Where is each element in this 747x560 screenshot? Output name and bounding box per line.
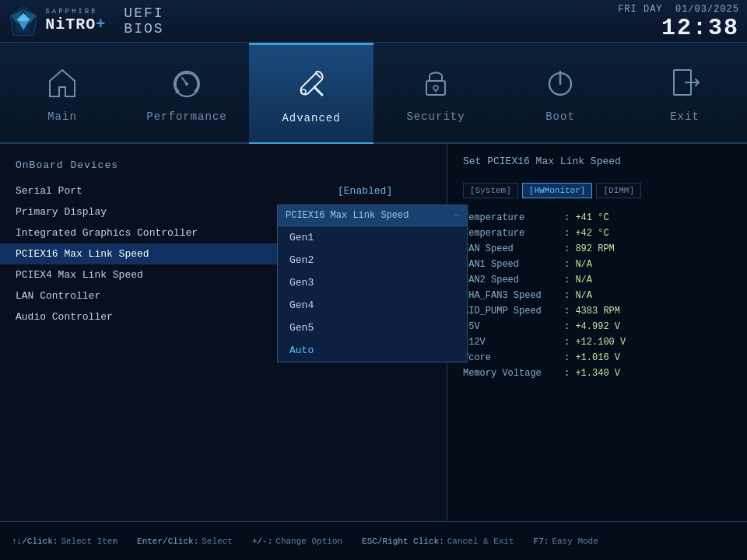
monitor-row: +12V : +12.100 V [463,334,731,350]
monitor-row: Memory Voltage : +1.340 V [463,366,731,381]
monitor-row: FAN2 Speed : N/A [463,272,731,288]
monitor-value: : +4.992 V [564,321,620,332]
tab-main[interactable]: Main [0,43,124,142]
monitor-value: : 892 RPM [564,243,615,254]
monitor-value: : N/A [564,275,592,285]
svg-point-10 [433,86,438,90]
home-icon [42,62,82,103]
monitor-row: AID_PUMP Speed : 4383 RPM [463,303,731,319]
monitor-row: FAN Speed : 892 RPM [463,241,731,257]
footer-key: Enter/Click: [137,537,198,546]
footer-key: ESC/Right Click: [362,537,444,546]
tab-advanced[interactable]: Advanced [249,43,374,142]
sapphire-logo-icon [8,5,39,37]
svg-point-8 [301,89,306,94]
monitor-row: Temperature : +41 °C [463,210,731,226]
monitor-label: Temperature [463,212,564,223]
dropdown-option-gen2[interactable]: Gen2 [278,249,467,271]
monitor-label: FAN1 Speed [463,259,564,270]
content-area: OnBoard Devices Serial Port [Enabled] Pr… [0,144,747,521]
footer-desc: Select [202,537,233,546]
footer-desc: Easy Mode [552,537,598,546]
monitor-row: Temperature : +42 °C [463,226,731,241]
tab-exit[interactable]: Exit [622,43,747,142]
tab-boot[interactable]: Boot [498,43,622,142]
monitor-row: Vcore : +1.016 V [463,350,731,366]
monitor-label: FAN2 Speed [463,275,564,285]
nitro-label: NiTRO+ [45,16,106,33]
monitor-value: : +12.100 V [564,337,626,348]
monitor-tab-hwmonitor[interactable]: [HWMonitor] [522,183,593,198]
menu-item-serial-port[interactable]: Serial Port [Enabled] [0,180,447,201]
footer-key: ↑↓/Click: [12,537,58,546]
tab-main-label: Main [47,110,77,123]
door-icon [665,62,705,103]
monitor-row: FAN1 Speed : N/A [463,257,731,272]
tab-security-label: Security [406,110,465,123]
dropdown-option-gen1[interactable]: Gen1 [278,226,467,249]
tab-advanced-label: Advanced [282,112,340,124]
tab-security[interactable]: Security [374,43,498,142]
help-text: Set PCIEX16 Max Link Speed [463,156,731,167]
monitor-data: Temperature : +41 °C Temperature : +42 °… [463,210,731,381]
menu-item-value: [Enabled] [338,185,431,197]
monitor-value: : +41 °C [564,212,609,223]
monitor-tab-dimm[interactable]: [DIMM] [596,183,641,198]
dropdown-option-gen3[interactable]: Gen3 [278,271,467,294]
wrench-icon [291,64,331,104]
nav-tabs: Main Performance Advanced [0,43,747,144]
monitor-tabs: [System] [HWMonitor] [DIMM] [463,183,731,198]
monitor-value: : N/A [564,290,592,301]
right-panel: Set PCIEX16 Max Link Speed [System] [HWM… [447,144,747,521]
tab-exit-label: Exit [670,110,700,123]
monitor-label: AID_PUMP Speed [463,306,564,317]
dropdown-option-gen4[interactable]: Gen4 [278,294,467,317]
left-panel: OnBoard Devices Serial Port [Enabled] Pr… [0,144,447,521]
svg-point-15 [686,82,688,84]
footer-desc: Cancel & Exit [447,537,514,546]
footer-item: F7: Easy Mode [534,537,598,546]
footer-item: +/-: Change Option [252,537,342,546]
monitor-value: : 4383 RPM [564,306,620,317]
section-title: OnBoard Devices [0,156,447,180]
footer-key: F7: [534,537,549,546]
logo: SAPPHIRE NiTRO+ UEFI BIOS [8,5,210,37]
footer-desc: Select Item [61,537,117,546]
dropdown-title: PCIEX16 Max Link Speed ─ [278,205,467,226]
monitor-row: +5V : +4.992 V [463,319,731,334]
tab-performance[interactable]: Performance [124,43,249,142]
monitor-tab-system[interactable]: [System] [463,183,518,198]
footer-desc: Change Option [275,537,342,546]
tab-boot-label: Boot [545,110,575,123]
monitor-label: +5V [463,321,564,332]
speedometer-icon [167,62,207,103]
footer-key: +/-: [252,537,272,546]
monitor-label: Vcore [463,352,564,363]
header: SAPPHIRE NiTRO+ UEFI BIOS FRI DAY 01/03/… [0,0,747,43]
monitor-row: CHA_FAN3 Speed : N/A [463,288,731,303]
monitor-value: : N/A [564,259,592,270]
dropdown-popup: PCIEX16 Max Link Speed ─ Gen1 Gen2 Gen3 … [277,205,468,362]
header-date: FRI DAY 01/03/2025 [618,4,739,15]
lock-icon [416,62,456,103]
uefi-bios-label: UEFI BIOS [124,5,210,37]
dropdown-option-gen5[interactable]: Gen5 [278,317,467,339]
header-time: 12:38 [618,15,739,41]
monitor-label: CHA_FAN3 Speed [463,290,564,301]
tab-performance-label: Performance [146,110,226,123]
monitor-label: Memory Voltage [463,368,564,379]
monitor-label: FAN Speed [463,243,564,254]
monitor-label: Temperature [463,228,564,239]
monitor-value: : +1.016 V [564,352,620,363]
header-clock: FRI DAY 01/03/2025 12:38 [618,4,739,41]
monitor-value: : +1.340 V [564,368,620,379]
menu-item-name: Serial Port [16,185,338,197]
dropdown-option-auto[interactable]: Auto [278,339,467,362]
monitor-label: +12V [463,337,564,348]
monitor-value: : +42 °C [564,228,609,239]
footer-item: Enter/Click: Select [137,537,233,546]
power-icon [540,62,580,103]
footer-item: ↑↓/Click: Select Item [12,537,117,546]
logo-text: SAPPHIRE NiTRO+ [45,9,106,33]
footer: ↑↓/Click: Select Item Enter/Click: Selec… [0,521,747,560]
